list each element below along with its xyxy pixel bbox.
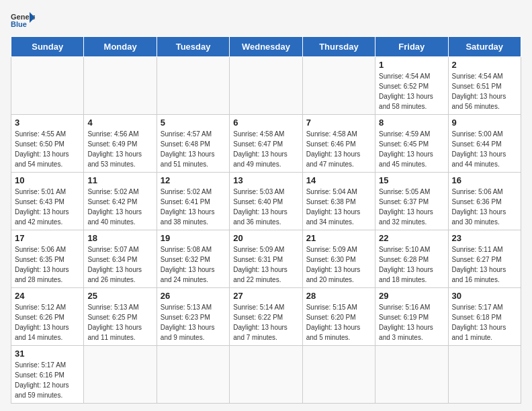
day-header-friday: Friday <box>375 37 448 57</box>
day-number: 9 <box>452 118 517 128</box>
day-info: Sunrise: 5:02 AM Sunset: 6:41 PM Dayligh… <box>161 187 226 227</box>
calendar-cell <box>157 57 229 115</box>
day-number: 2 <box>452 60 517 70</box>
day-info: Sunrise: 4:58 AM Sunset: 6:46 PM Dayligh… <box>306 129 371 169</box>
calendar-cell <box>11 57 84 115</box>
calendar-cell: 29Sunrise: 5:16 AM Sunset: 6:19 PM Dayli… <box>375 288 448 346</box>
day-number: 21 <box>306 233 371 243</box>
day-number: 20 <box>233 233 298 243</box>
calendar-cell: 22Sunrise: 5:10 AM Sunset: 6:28 PM Dayli… <box>375 230 448 288</box>
day-number: 13 <box>233 175 298 185</box>
calendar-cell: 21Sunrise: 5:09 AM Sunset: 6:30 PM Dayli… <box>302 230 375 288</box>
svg-text:Blue: Blue <box>11 20 27 28</box>
day-info: Sunrise: 4:54 AM Sunset: 6:51 PM Dayligh… <box>452 71 517 111</box>
day-number: 27 <box>233 291 298 301</box>
day-info: Sunrise: 5:10 AM Sunset: 6:28 PM Dayligh… <box>379 244 444 285</box>
calendar-cell: 8Sunrise: 4:59 AM Sunset: 6:45 PM Daylig… <box>375 115 448 173</box>
day-number: 30 <box>452 291 517 301</box>
calendar-cell: 30Sunrise: 5:17 AM Sunset: 6:18 PM Dayli… <box>448 288 521 346</box>
day-info: Sunrise: 5:02 AM Sunset: 6:42 PM Dayligh… <box>87 187 152 227</box>
calendar-cell: 19Sunrise: 5:08 AM Sunset: 6:32 PM Dayli… <box>157 230 229 288</box>
day-info: Sunrise: 4:56 AM Sunset: 6:49 PM Dayligh… <box>87 129 152 169</box>
calendar-cell <box>84 346 157 404</box>
day-number: 11 <box>87 175 152 185</box>
calendar-cell: 11Sunrise: 5:02 AM Sunset: 6:42 PM Dayli… <box>84 173 157 230</box>
calendar-week-row: 24Sunrise: 5:12 AM Sunset: 6:26 PM Dayli… <box>11 288 521 346</box>
calendar-cell <box>448 346 521 404</box>
day-info: Sunrise: 5:13 AM Sunset: 6:25 PM Dayligh… <box>87 302 152 342</box>
calendar-cell <box>230 57 302 115</box>
calendar-cell <box>84 57 157 115</box>
calendar-week-row: 3Sunrise: 4:55 AM Sunset: 6:50 PM Daylig… <box>11 115 521 173</box>
calendar-cell: 2Sunrise: 4:54 AM Sunset: 6:51 PM Daylig… <box>448 57 521 115</box>
calendar-cell: 18Sunrise: 5:07 AM Sunset: 6:34 PM Dayli… <box>84 230 157 288</box>
day-number: 22 <box>379 233 444 243</box>
day-info: Sunrise: 5:11 AM Sunset: 6:27 PM Dayligh… <box>452 244 517 285</box>
calendar-header-row: SundayMondayTuesdayWednesdayThursdayFrid… <box>11 37 521 57</box>
day-header-sunday: Sunday <box>11 37 84 57</box>
calendar-cell: 1Sunrise: 4:54 AM Sunset: 6:52 PM Daylig… <box>375 57 448 115</box>
day-info: Sunrise: 5:17 AM Sunset: 6:16 PM Dayligh… <box>15 360 80 400</box>
day-header-monday: Monday <box>84 37 157 57</box>
calendar-cell <box>157 346 229 404</box>
day-header-tuesday: Tuesday <box>157 37 229 57</box>
day-info: Sunrise: 5:14 AM Sunset: 6:22 PM Dayligh… <box>233 302 298 342</box>
day-info: Sunrise: 4:59 AM Sunset: 6:45 PM Dayligh… <box>379 129 444 169</box>
day-info: Sunrise: 5:08 AM Sunset: 6:32 PM Dayligh… <box>161 244 226 285</box>
day-info: Sunrise: 5:16 AM Sunset: 6:19 PM Dayligh… <box>379 302 444 342</box>
day-info: Sunrise: 4:58 AM Sunset: 6:47 PM Dayligh… <box>233 129 298 169</box>
day-number: 6 <box>233 118 298 128</box>
calendar-cell: 5Sunrise: 4:57 AM Sunset: 6:48 PM Daylig… <box>157 115 229 173</box>
calendar-cell: 15Sunrise: 5:05 AM Sunset: 6:37 PM Dayli… <box>375 173 448 230</box>
day-number: 3 <box>15 118 80 128</box>
day-info: Sunrise: 5:09 AM Sunset: 6:30 PM Dayligh… <box>306 244 371 285</box>
calendar-cell: 28Sunrise: 5:15 AM Sunset: 6:20 PM Dayli… <box>302 288 375 346</box>
logo-icon: General Blue <box>11 11 35 30</box>
calendar-week-row: 17Sunrise: 5:06 AM Sunset: 6:35 PM Dayli… <box>11 230 521 288</box>
day-header-saturday: Saturday <box>448 37 521 57</box>
day-info: Sunrise: 5:12 AM Sunset: 6:26 PM Dayligh… <box>15 302 80 342</box>
calendar-cell: 16Sunrise: 5:06 AM Sunset: 6:36 PM Dayli… <box>448 173 521 230</box>
calendar-week-row: 10Sunrise: 5:01 AM Sunset: 6:43 PM Dayli… <box>11 173 521 230</box>
calendar-cell: 12Sunrise: 5:02 AM Sunset: 6:41 PM Dayli… <box>157 173 229 230</box>
day-number: 29 <box>379 291 444 301</box>
day-number: 10 <box>15 175 80 185</box>
day-number: 26 <box>161 291 226 301</box>
calendar-cell: 7Sunrise: 4:58 AM Sunset: 6:46 PM Daylig… <box>302 115 375 173</box>
day-number: 18 <box>87 233 152 243</box>
calendar-cell: 14Sunrise: 5:04 AM Sunset: 6:38 PM Dayli… <box>302 173 375 230</box>
calendar-cell: 20Sunrise: 5:09 AM Sunset: 6:31 PM Dayli… <box>230 230 302 288</box>
day-info: Sunrise: 5:03 AM Sunset: 6:40 PM Dayligh… <box>233 187 298 227</box>
calendar-cell: 24Sunrise: 5:12 AM Sunset: 6:26 PM Dayli… <box>11 288 84 346</box>
day-header-wednesday: Wednesday <box>230 37 302 57</box>
calendar-cell <box>302 57 375 115</box>
day-number: 5 <box>161 118 226 128</box>
calendar-week-row: 1Sunrise: 4:54 AM Sunset: 6:52 PM Daylig… <box>11 57 521 115</box>
day-info: Sunrise: 4:57 AM Sunset: 6:48 PM Dayligh… <box>161 129 226 169</box>
calendar-cell: 6Sunrise: 4:58 AM Sunset: 6:47 PM Daylig… <box>230 115 302 173</box>
calendar-table: SundayMondayTuesdayWednesdayThursdayFrid… <box>11 36 521 404</box>
calendar-cell: 27Sunrise: 5:14 AM Sunset: 6:22 PM Dayli… <box>230 288 302 346</box>
calendar-cell: 23Sunrise: 5:11 AM Sunset: 6:27 PM Dayli… <box>448 230 521 288</box>
calendar-cell <box>230 346 302 404</box>
day-number: 24 <box>15 291 80 301</box>
day-number: 12 <box>161 175 226 185</box>
calendar-cell: 13Sunrise: 5:03 AM Sunset: 6:40 PM Dayli… <box>230 173 302 230</box>
calendar-cell: 4Sunrise: 4:56 AM Sunset: 6:49 PM Daylig… <box>84 115 157 173</box>
day-info: Sunrise: 5:17 AM Sunset: 6:18 PM Dayligh… <box>452 302 517 342</box>
day-info: Sunrise: 5:06 AM Sunset: 6:35 PM Dayligh… <box>15 244 80 285</box>
day-info: Sunrise: 5:00 AM Sunset: 6:44 PM Dayligh… <box>452 129 517 169</box>
day-number: 17 <box>15 233 80 243</box>
calendar-cell: 31Sunrise: 5:17 AM Sunset: 6:16 PM Dayli… <box>11 346 84 404</box>
day-info: Sunrise: 5:15 AM Sunset: 6:20 PM Dayligh… <box>306 302 371 342</box>
calendar-cell: 25Sunrise: 5:13 AM Sunset: 6:25 PM Dayli… <box>84 288 157 346</box>
day-info: Sunrise: 5:01 AM Sunset: 6:43 PM Dayligh… <box>15 187 80 227</box>
page-header: General Blue <box>11 11 521 30</box>
day-number: 4 <box>87 118 152 128</box>
calendar-cell: 3Sunrise: 4:55 AM Sunset: 6:50 PM Daylig… <box>11 115 84 173</box>
day-number: 1 <box>379 60 444 70</box>
day-info: Sunrise: 4:55 AM Sunset: 6:50 PM Dayligh… <box>15 129 80 169</box>
day-number: 8 <box>379 118 444 128</box>
day-info: Sunrise: 5:13 AM Sunset: 6:23 PM Dayligh… <box>161 302 226 342</box>
day-info: Sunrise: 5:04 AM Sunset: 6:38 PM Dayligh… <box>306 187 371 227</box>
